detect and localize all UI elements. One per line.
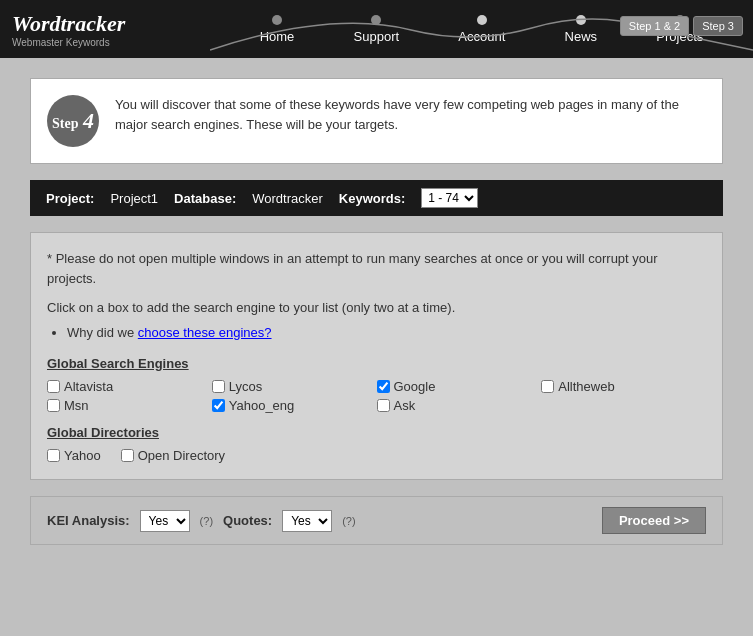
checkbox-lycos[interactable] — [212, 380, 225, 393]
header: Wordtracker Webmaster Keywords Home Supp… — [0, 0, 753, 58]
engine-alltheweb[interactable]: Alltheweb — [541, 379, 706, 394]
global-dirs-title: Global Directories — [47, 425, 706, 440]
kei-label: KEI Analysis: — [47, 513, 130, 528]
logo-title: Wordtracker — [12, 11, 125, 36]
quotes-hint: (?) — [342, 515, 355, 527]
nav-dot-home — [272, 15, 282, 25]
database-label: Database: — [174, 191, 236, 206]
nav-dot-news — [576, 15, 586, 25]
nav-dot-support — [371, 15, 381, 25]
nav-news[interactable]: News — [565, 15, 598, 44]
engine-msn[interactable]: Msn — [47, 398, 212, 413]
nav-home-label: Home — [260, 29, 295, 44]
proceed-button[interactable]: Proceed >> — [602, 507, 706, 534]
keywords-select[interactable]: 1 - 74 — [421, 188, 478, 208]
engine-altavista[interactable]: Altavista — [47, 379, 212, 394]
step-buttons: Step 1 & 2 Step 3 — [620, 16, 743, 36]
step4-badge: Step 4 — [47, 95, 99, 147]
choose-engines-link[interactable]: choose these engines? — [138, 325, 272, 340]
nav-support-label: Support — [354, 29, 400, 44]
checkbox-google[interactable] — [377, 380, 390, 393]
global-engines-title: Global Search Engines — [47, 356, 706, 371]
dir-grid: Yahoo Open Directory — [47, 448, 706, 463]
engines-grid: Altavista Lycos Google Alltheweb Msn Yah… — [47, 379, 706, 413]
bullet-item: Why did we choose these engines? — [67, 325, 706, 340]
checkbox-alltheweb[interactable] — [541, 380, 554, 393]
checkbox-ask[interactable] — [377, 399, 390, 412]
nav-account[interactable]: Account — [458, 15, 505, 44]
quotes-label: Quotes: — [223, 513, 272, 528]
bottom-bar: KEI Analysis: Yes No (?) Quotes: Yes No … — [30, 496, 723, 545]
checkbox-dir-open-directory[interactable] — [121, 449, 134, 462]
step-1-2-button[interactable]: Step 1 & 2 — [620, 16, 689, 36]
kei-select[interactable]: Yes No — [140, 510, 190, 532]
nav-area: Home Support Account News Projects Step … — [210, 0, 753, 58]
logo-area: Wordtracker Webmaster Keywords — [0, 11, 125, 48]
dir-yahoo[interactable]: Yahoo — [47, 448, 101, 463]
dir-open-directory[interactable]: Open Directory — [121, 448, 225, 463]
database-value: Wordtracker — [252, 191, 323, 206]
step-3-button[interactable]: Step 3 — [693, 16, 743, 36]
engine-google[interactable]: Google — [377, 379, 542, 394]
step4-description: You will discover that some of these key… — [115, 95, 706, 134]
warning-text: * Please do not open multiple windows in… — [47, 249, 706, 288]
nav-support[interactable]: Support — [354, 15, 400, 44]
checkbox-yahoo-eng[interactable] — [212, 399, 225, 412]
project-bar: Project: Project1 Database: Wordtracker … — [30, 180, 723, 216]
kei-hint: (?) — [200, 515, 213, 527]
project-label: Project: — [46, 191, 94, 206]
directories-section: Global Directories Yahoo Open Directory — [47, 425, 706, 463]
step4-box: Step 4 You will discover that some of th… — [30, 78, 723, 164]
project-value: Project1 — [110, 191, 158, 206]
content: Step 4 You will discover that some of th… — [0, 58, 753, 565]
main-panel: * Please do not open multiple windows in… — [30, 232, 723, 480]
nav-home[interactable]: Home — [260, 15, 295, 44]
keywords-label: Keywords: — [339, 191, 405, 206]
step-number: 4 — [83, 108, 94, 133]
quotes-select[interactable]: Yes No — [282, 510, 332, 532]
checkbox-msn[interactable] — [47, 399, 60, 412]
engine-lycos[interactable]: Lycos — [212, 379, 377, 394]
click-text: Click on a box to add the search engine … — [47, 300, 706, 315]
step-word: Step — [52, 116, 78, 131]
bullet-list: Why did we choose these engines? — [67, 325, 706, 340]
checkbox-altavista[interactable] — [47, 380, 60, 393]
nav-account-label: Account — [458, 29, 505, 44]
engine-ask[interactable]: Ask — [377, 398, 542, 413]
logo-subtitle: Webmaster Keywords — [12, 37, 125, 48]
nav-news-label: News — [565, 29, 598, 44]
checkbox-dir-yahoo[interactable] — [47, 449, 60, 462]
nav-dot-account — [477, 15, 487, 25]
engine-yahoo-eng[interactable]: Yahoo_eng — [212, 398, 377, 413]
